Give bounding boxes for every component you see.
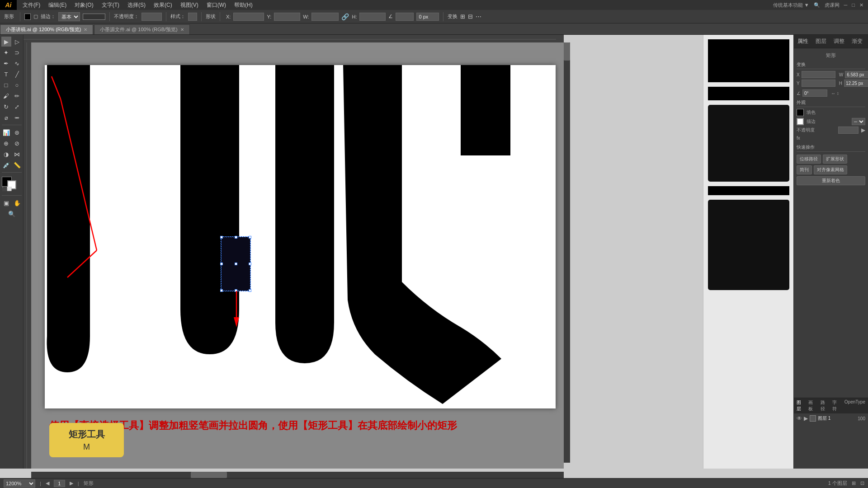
hand-tool[interactable]: ✋ [12, 198, 22, 208]
pathfinder-icon[interactable]: ⊟ [468, 13, 473, 20]
magic-wand-tool[interactable]: ✦ [1, 47, 11, 57]
minimize-btn[interactable]: ─ [844, 2, 848, 8]
angle-input[interactable]: 0° [396, 13, 414, 21]
selected-rectangle[interactable] [221, 237, 250, 291]
paintbrush-tool[interactable]: 🖌 [1, 91, 11, 101]
panel-tab-gradient[interactable]: 渐变 [848, 35, 866, 48]
x-input[interactable]: 6.583 px [233, 13, 264, 21]
handle-mr[interactable] [249, 263, 251, 265]
curvature-tool[interactable]: ∿ [12, 58, 22, 68]
handle-mc[interactable] [235, 263, 237, 265]
symbol-sprayer-tool[interactable]: ⊛ [12, 127, 22, 137]
style-swatch[interactable] [188, 13, 197, 21]
panel-tab-properties[interactable]: 属性 [794, 35, 812, 48]
angle-value-input[interactable] [802, 89, 827, 97]
search-icon[interactable]: 🔍 [814, 2, 820, 8]
zoom-select[interactable]: 1200% [4, 479, 35, 488]
page-nav-prev[interactable]: ◀ [46, 480, 49, 486]
menu-effect[interactable]: 效果(C) [150, 0, 176, 10]
menu-edit[interactable]: 编辑(E) [45, 0, 70, 10]
align-icon[interactable]: ⊞ [460, 13, 465, 20]
h-scroll-thumb[interactable] [191, 472, 227, 478]
line-tool[interactable]: ╱ [12, 69, 22, 79]
offset-path-btn[interactable]: 位移路径 [797, 155, 821, 164]
zoom-tool[interactable]: 🔍 [7, 209, 17, 219]
rotate-tool[interactable]: ↻ [1, 102, 11, 112]
handle-tl[interactable] [220, 236, 223, 239]
gradient-tool[interactable]: ◑ [1, 149, 11, 159]
stroke-width-select[interactable]: 基本 [58, 12, 80, 21]
handle-tr[interactable] [249, 236, 251, 239]
slice-tool[interactable]: ⊕ [1, 138, 11, 148]
artboards-tab[interactable]: 画板 [806, 398, 817, 413]
rect-tool[interactable]: □ [1, 80, 11, 90]
opentype-tab[interactable]: OpenType [842, 398, 868, 413]
menu-view[interactable]: 视图(V) [177, 0, 202, 10]
v-scroll-thumb[interactable] [564, 42, 570, 61]
pixel-snap-btn[interactable]: 对齐像素网格 [814, 165, 847, 174]
direct-selection-tool[interactable]: ▷ [12, 37, 22, 47]
panel-tab-layers[interactable]: 图层 [812, 35, 830, 48]
opacity-value-input[interactable]: 100% [838, 127, 859, 134]
expand-shape-btn[interactable]: 扩展形状 [823, 155, 847, 164]
fill-color-box[interactable] [797, 109, 804, 116]
page-input[interactable] [54, 480, 65, 487]
handle-br[interactable] [249, 289, 251, 292]
artboard-nav-btn[interactable]: ⊞ [852, 480, 856, 486]
menu-select[interactable]: 选择(S) [124, 0, 149, 10]
mesh-tool[interactable]: ⋈ [12, 149, 22, 159]
simplify-btn[interactable]: 简刊 [797, 165, 812, 174]
lasso-tool[interactable]: ⊃ [12, 47, 22, 57]
eraser-tool[interactable]: ⊘ [12, 138, 22, 148]
h-input[interactable]: 12.25 px [359, 13, 386, 21]
horizontal-scrollbar[interactable] [31, 472, 564, 478]
layer-lock-icon[interactable]: ▶ [804, 415, 808, 422]
selection-tool[interactable]: ▶ [1, 37, 11, 47]
column-graph-tool[interactable]: 📊 [1, 127, 11, 137]
fill-color-swatch[interactable] [24, 14, 31, 20]
artboard-tool[interactable]: ▣ [1, 198, 11, 208]
handle-tc[interactable] [235, 236, 237, 239]
w-input[interactable]: 6.583 px [311, 13, 339, 21]
text-tool[interactable]: T [1, 69, 11, 79]
opacity-input[interactable]: 100% [142, 13, 162, 21]
h-size-input[interactable] [844, 80, 868, 87]
layers-tab[interactable]: 图层 [794, 398, 806, 413]
panel-tab-adjust[interactable]: 调整 [830, 35, 848, 48]
handle-ml[interactable] [220, 263, 223, 265]
y-input[interactable]: 12.25 px [274, 13, 300, 21]
layer-visibility-icon[interactable]: 👁 [797, 415, 802, 422]
warp-tool[interactable]: ⌀ [1, 113, 11, 122]
tab-1-close[interactable]: ✕ [84, 27, 87, 32]
measure-tool[interactable]: 📏 [12, 160, 22, 170]
char-tab[interactable]: 字符 [830, 398, 841, 413]
y-coord-input[interactable]: 1260.708 [802, 80, 835, 87]
stroke-options-select[interactable]: ─ [852, 118, 865, 125]
paths-tab[interactable]: 路径 [818, 398, 830, 413]
scale-tool[interactable]: ⤢ [12, 102, 22, 112]
menu-help[interactable]: 帮助(H) [231, 0, 256, 10]
opacity-expand-icon[interactable]: ▶ [861, 127, 865, 133]
eyedropper-tool[interactable]: 💉 [1, 160, 11, 170]
vertical-scrollbar[interactable] [564, 42, 570, 463]
close-btn[interactable]: ✕ [859, 2, 863, 8]
default-colors-btn[interactable]: ⬛⬜ [2, 187, 12, 191]
tab-2-close[interactable]: ✕ [180, 27, 184, 32]
menu-object[interactable]: 对象(O) [71, 0, 97, 10]
page-nav-next[interactable]: ▶ [70, 480, 73, 486]
pencil-tool[interactable]: ✏ [12, 91, 22, 101]
maximize-btn[interactable]: □ [852, 2, 855, 8]
zoom-fit-btn[interactable]: ⊡ [860, 480, 864, 486]
menu-text[interactable]: 文字(T) [98, 0, 123, 10]
menu-file[interactable]: 文件(F) [19, 0, 44, 10]
rx-input[interactable] [416, 13, 439, 21]
w-size-input[interactable] [845, 71, 868, 78]
tab-1[interactable]: 小墨讲稿.ai @ 1200% (RGB/预览) ✕ [0, 24, 93, 34]
layer-name[interactable]: 图层 1 [818, 415, 856, 422]
tab-2[interactable]: 小墨源文件.ai @ 100% (RGB/预览) ✕ [94, 24, 189, 34]
width-tool[interactable]: ⥈ [12, 113, 22, 122]
more-icon[interactable]: ⋯ [476, 13, 481, 20]
stroke-color-box[interactable] [797, 118, 804, 125]
ellipse-tool[interactable]: ○ [12, 80, 22, 90]
pen-tool[interactable]: ✒ [1, 58, 11, 68]
